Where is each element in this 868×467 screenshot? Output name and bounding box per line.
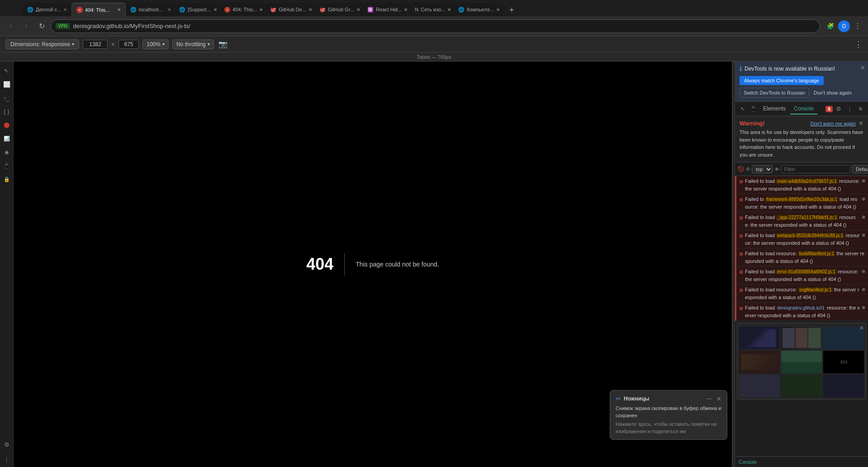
log-source-6[interactable]: ⊕ bbox=[862, 268, 865, 275]
tab-8-label: React Hid... bbox=[376, 7, 402, 12]
console-context-select[interactable]: top bbox=[752, 165, 773, 173]
tab-10[interactable]: 🌐 Компьюте... ✕ bbox=[455, 3, 503, 16]
console-log-area[interactable]: ⊗ Failed to load main-a4db59a24cd79837.j… bbox=[735, 176, 868, 456]
thumb-cell-5[interactable] bbox=[781, 351, 822, 373]
snackbar: ✂ Ножницы — ✕ Снимок экрана скопирован в… bbox=[610, 390, 727, 440]
more-menu-button[interactable]: ⋮ bbox=[852, 20, 863, 32]
tab-6-close[interactable]: ✕ bbox=[308, 7, 312, 12]
devtools-device-icon[interactable]: 📱 bbox=[749, 104, 759, 114]
tab-1-close[interactable]: ✕ bbox=[63, 7, 67, 12]
tab-6[interactable]: 🐙 GitHub De... ✕ bbox=[266, 3, 316, 16]
devtools-settings-icon[interactable]: ⚙ bbox=[834, 104, 844, 114]
log-source-4[interactable]: ⊕ bbox=[862, 232, 865, 238]
tab-3[interactable]: 🌐 localhost... ✕ bbox=[126, 3, 175, 16]
console-clear-icon[interactable]: 🚫 bbox=[738, 165, 744, 174]
thumb-cell-4[interactable] bbox=[739, 351, 780, 373]
tab-3-close[interactable]: ✕ bbox=[167, 7, 171, 12]
dont-show-again-button[interactable]: Don't show again bbox=[812, 88, 854, 97]
sidebar-icon-sources[interactable]: { } bbox=[1, 106, 12, 117]
thumb-cell-3[interactable] bbox=[823, 327, 864, 349]
tab-2[interactable]: × 404: This... ✕ bbox=[71, 3, 126, 16]
refresh-button[interactable]: ↻ bbox=[35, 20, 48, 33]
tab-9[interactable]: N Сеть изо... ✕ bbox=[411, 3, 455, 16]
sidebar-icon-cursor[interactable]: ↖ bbox=[1, 65, 12, 76]
log-source-1[interactable]: ⊕ bbox=[862, 177, 865, 184]
device-chevron-icon: ▾ bbox=[72, 42, 74, 47]
back-button[interactable]: ‹ bbox=[5, 20, 17, 33]
warning-close-icon[interactable]: ✕ bbox=[859, 120, 863, 127]
log-source-3[interactable]: ⊕ bbox=[862, 214, 865, 220]
tab-7[interactable]: 🐙 GitHub Gr... ✕ bbox=[316, 3, 364, 16]
dont-warn-link[interactable]: Don't warn me again bbox=[810, 121, 856, 126]
default-levels-select[interactable]: Default levels bbox=[852, 165, 868, 173]
tab-console[interactable]: Console bbox=[790, 104, 817, 114]
profile-icon[interactable]: D bbox=[838, 20, 850, 32]
tab-4[interactable]: 🌐 [Support... ✕ bbox=[175, 3, 221, 16]
thumb-cell-2[interactable] bbox=[781, 327, 822, 349]
dimension-separator: × bbox=[111, 41, 115, 48]
tab-8-close[interactable]: ✕ bbox=[404, 7, 408, 12]
tab-7-close[interactable]: ✕ bbox=[356, 7, 360, 12]
lang-notification-close-icon[interactable]: ✕ bbox=[860, 64, 865, 71]
tab-5-label: 404: This... bbox=[232, 7, 257, 12]
thumbnail-close-icon[interactable]: ✕ bbox=[859, 325, 864, 331]
forward-button[interactable]: › bbox=[20, 20, 33, 33]
match-language-button[interactable]: Always match Chrome's language bbox=[740, 76, 824, 85]
sidebar-icon-security[interactable]: 🔒 bbox=[1, 174, 12, 185]
tab-1-label: Деплой с... bbox=[36, 7, 61, 12]
switch-language-button[interactable]: Switch DevTools to Russian bbox=[740, 88, 809, 98]
sidebar-icon-performance[interactable]: 📊 bbox=[1, 133, 12, 144]
log-source-2[interactable]: ⊕ bbox=[862, 195, 865, 202]
tab-1-favicon: 🌐 bbox=[27, 7, 33, 13]
tab-2-close[interactable]: ✕ bbox=[117, 7, 121, 12]
sidebar-icon-more[interactable]: ⋮ bbox=[1, 454, 12, 465]
tab-8[interactable]: ⚛️ React Hid... ✕ bbox=[364, 3, 411, 16]
console-eye-icon[interactable]: 👁 bbox=[774, 165, 779, 174]
snackbar-close-button[interactable]: ✕ bbox=[716, 396, 721, 402]
sidebar-icon-memory[interactable]: ◉ bbox=[1, 147, 12, 157]
thumb-cell-7[interactable] bbox=[739, 375, 780, 397]
zoom-selector[interactable]: 100% ▾ bbox=[142, 39, 169, 49]
width-input[interactable] bbox=[83, 40, 108, 49]
extensions-icon[interactable]: 🧩 bbox=[825, 20, 836, 32]
devtools-close-panel-icon[interactable]: ✕ bbox=[855, 104, 865, 114]
tab-new[interactable]: + bbox=[505, 4, 518, 16]
console-filter-icon[interactable]: ⊘ bbox=[746, 165, 750, 174]
address-bar[interactable]: VPN denisgradov.github.io/MyFirstShop-ne… bbox=[51, 19, 820, 33]
screenshot-device-icon[interactable]: 📷 bbox=[218, 39, 228, 50]
log-source-7[interactable]: ⊕ bbox=[862, 286, 865, 293]
tab-5[interactable]: × 404: This... ✕ bbox=[221, 3, 266, 16]
log-source-8[interactable]: ⊕ bbox=[862, 304, 865, 311]
sidebar-icon-network[interactable]: ⬤ bbox=[1, 119, 12, 130]
tab-5-close[interactable]: ✕ bbox=[259, 7, 263, 12]
device-selector[interactable]: Dimensions: Responsive ▾ bbox=[5, 39, 79, 49]
thumbnail-popup: ✕ bbox=[737, 323, 866, 400]
devtools-inspect-icon[interactable]: ↖ bbox=[738, 104, 748, 114]
height-input[interactable] bbox=[119, 40, 139, 49]
tab-elements[interactable]: Elements bbox=[759, 104, 789, 114]
log-entry-5: ⊗ Failed to load resource: buildManifest… bbox=[735, 248, 868, 267]
sidebar-icon-elements[interactable]: ⬜ bbox=[1, 79, 12, 90]
throttle-selector[interactable]: No throttling ▾ bbox=[172, 39, 214, 49]
devtools-tab-bar: ↖ 📱 Elements Console 8 ⚙ ⋮ ✕ bbox=[735, 102, 868, 116]
device-more-icon[interactable]: ⋮ bbox=[854, 39, 863, 49]
console-label[interactable]: Console bbox=[739, 459, 757, 465]
sidebar-icon-console[interactable]: ›_ bbox=[1, 92, 12, 103]
thumb-cell-8[interactable] bbox=[781, 375, 822, 397]
thumb-cell-1[interactable] bbox=[739, 327, 780, 349]
log-text-6: Failed to load error-91a5938854a6f402.js… bbox=[745, 268, 860, 283]
tab-9-label: Сеть изо... bbox=[421, 7, 445, 12]
sidebar-icon-application[interactable]: 📱 bbox=[1, 160, 12, 171]
tab-4-close[interactable]: ✕ bbox=[213, 7, 217, 12]
log-entry-7: ⊗ Failed to load resource: ssgManifest.j… bbox=[735, 285, 868, 303]
tab-9-close[interactable]: ✕ bbox=[447, 7, 451, 12]
tab-1[interactable]: 🌐 Деплой с... ✕ bbox=[23, 3, 71, 16]
sidebar-icon-settings[interactable]: ⚙ bbox=[1, 439, 12, 450]
thumb-cell-6[interactable]: 404 bbox=[823, 351, 864, 373]
snackbar-minimize-button[interactable]: — bbox=[707, 396, 712, 402]
console-filter-input[interactable] bbox=[781, 165, 850, 173]
tab-10-close[interactable]: ✕ bbox=[496, 7, 500, 12]
devtools-more-icon[interactable]: ⋮ bbox=[844, 104, 854, 114]
thumb-cell-9[interactable] bbox=[823, 375, 864, 397]
tablet-label-text: Tablet — 768px bbox=[417, 54, 451, 60]
